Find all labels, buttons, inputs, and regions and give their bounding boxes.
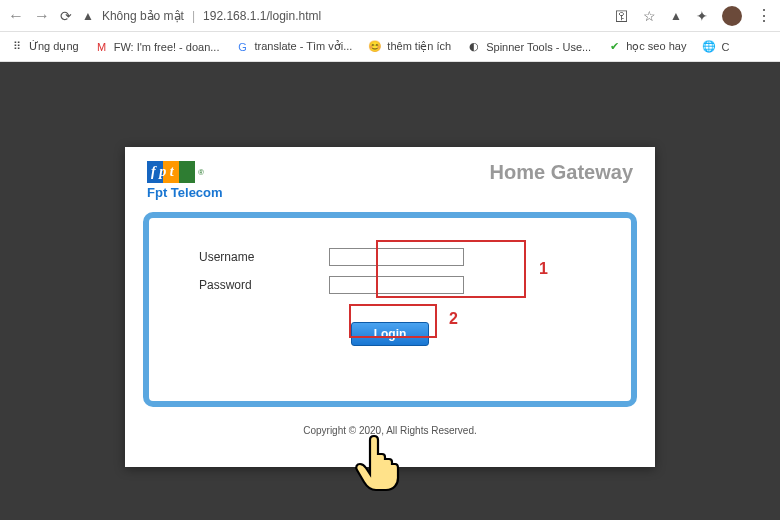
logo-block: f p t® Fpt Telecom xyxy=(147,161,223,200)
translate-bookmark[interactable]: G translate - Tìm vởi... xyxy=(235,40,352,54)
addon-bookmark[interactable]: 😊 thêm tiện ích xyxy=(368,40,451,54)
spinner-icon: ◐ xyxy=(467,40,481,54)
spinner-bookmark[interactable]: ◐ Spinner Tools - Use... xyxy=(467,40,591,54)
back-button[interactable]: ← xyxy=(8,7,24,25)
google-icon: G xyxy=(235,40,249,54)
bookmarks-bar: ⠿ Ứng dụng M FW: I'm free! - doan... G t… xyxy=(0,32,780,62)
profile-avatar[interactable] xyxy=(722,6,742,26)
username-input[interactable] xyxy=(329,248,464,266)
security-text: Không bảo mật xyxy=(102,9,184,23)
extension-icon[interactable]: ✦ xyxy=(696,8,708,24)
menu-dots-icon[interactable]: ⋮ xyxy=(756,6,772,25)
address-separator: | xyxy=(192,9,195,23)
c-label: C xyxy=(721,41,729,53)
seo-bookmark[interactable]: ✔ học seo hay xyxy=(607,40,686,54)
user-icon[interactable]: ▲ xyxy=(670,9,682,23)
star-icon[interactable]: ☆ xyxy=(643,8,656,24)
annotation-number-1: 1 xyxy=(539,260,548,278)
login-button-wrap: Login xyxy=(169,322,611,346)
page-title: Home Gateway xyxy=(490,161,633,184)
c-bookmark[interactable]: 🌐 C xyxy=(702,40,729,54)
apps-bookmark[interactable]: ⠿ Ứng dụng xyxy=(10,40,79,54)
login-button[interactable]: Login xyxy=(351,322,430,346)
addon-label: thêm tiện ích xyxy=(387,40,451,53)
brand-text: Fpt Telecom xyxy=(147,185,223,200)
password-input[interactable] xyxy=(329,276,464,294)
modal-header: f p t® Fpt Telecom Home Gateway xyxy=(125,147,655,204)
copyright-footer: Copyright © 2020, All Rights Reserved. xyxy=(125,425,655,436)
reload-button[interactable]: ⟳ xyxy=(60,8,72,24)
spinner-label: Spinner Tools - Use... xyxy=(486,41,591,53)
gmail-icon: M xyxy=(95,40,109,54)
annotation-number-2: 2 xyxy=(449,310,458,328)
gmail-bookmark[interactable]: M FW: I'm free! - doan... xyxy=(95,40,220,54)
page-content: f p t® Fpt Telecom Home Gateway Username… xyxy=(0,62,780,520)
forward-button[interactable]: → xyxy=(34,7,50,25)
globe-icon: 🌐 xyxy=(702,40,716,54)
apps-label: Ứng dụng xyxy=(29,40,79,53)
translate-label: translate - Tìm vởi... xyxy=(254,40,352,53)
apps-icon: ⠿ xyxy=(10,40,24,54)
password-row: Password xyxy=(169,276,611,294)
addon-icon: 😊 xyxy=(368,40,382,54)
url-text: 192.168.1.1/login.html xyxy=(203,9,321,23)
username-label: Username xyxy=(169,250,329,264)
seo-icon: ✔ xyxy=(607,40,621,54)
address-bar[interactable]: ▲ Không bảo mật | 192.168.1.1/login.html xyxy=(82,9,605,23)
seo-label: học seo hay xyxy=(626,40,686,53)
login-panel: Username Password 1 Login 2 xyxy=(143,212,637,407)
gmail-label: FW: I'm free! - doan... xyxy=(114,41,220,53)
warning-icon: ▲ xyxy=(82,9,94,23)
password-label: Password xyxy=(169,278,329,292)
login-modal: f p t® Fpt Telecom Home Gateway Username… xyxy=(125,147,655,467)
toolbar-right: ⚿ ☆ ▲ ✦ ⋮ xyxy=(615,6,772,26)
key-icon[interactable]: ⚿ xyxy=(615,8,629,24)
browser-toolbar: ← → ⟳ ▲ Không bảo mật | 192.168.1.1/logi… xyxy=(0,0,780,32)
fpt-logo-icon: f p t® xyxy=(147,161,223,183)
